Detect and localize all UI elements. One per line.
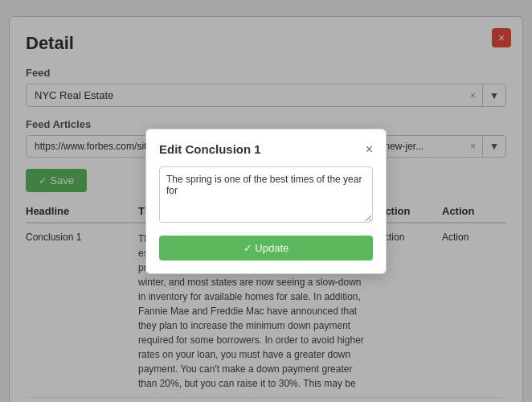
modal-title: Edit Conclusion 1 (159, 142, 261, 156)
edit-conclusion-modal: Edit Conclusion 1 × ✓ Update (145, 129, 387, 274)
modal-overlay: Edit Conclusion 1 × ✓ Update (0, 0, 532, 402)
modal-close-button[interactable]: × (366, 142, 373, 157)
modal-textarea[interactable] (159, 166, 373, 223)
modal-header: Edit Conclusion 1 × (159, 142, 373, 157)
update-button[interactable]: ✓ Update (159, 236, 373, 260)
